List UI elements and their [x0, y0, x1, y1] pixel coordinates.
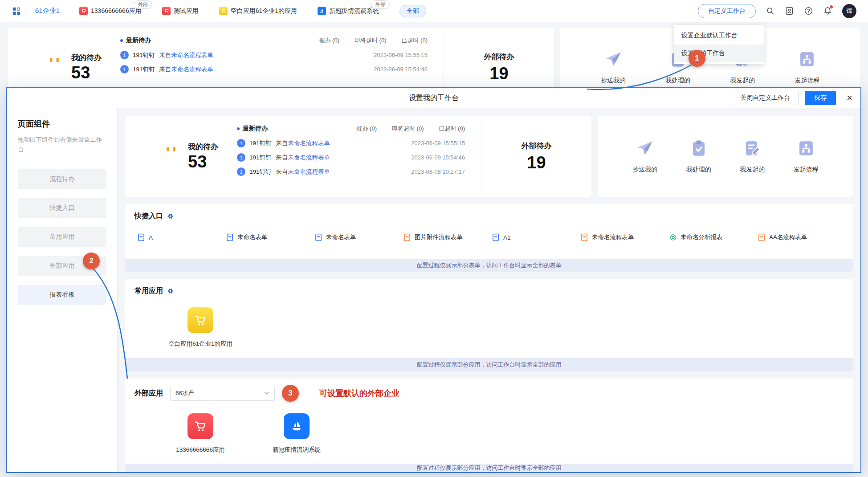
- tab-latest-todo[interactable]: 最新待办: [120, 37, 151, 45]
- tab-label: 新冠疫情流调系统: [329, 7, 379, 15]
- tab-app-covid[interactable]: 新冠疫情流调系统 外部: [318, 7, 379, 15]
- todo-notepad-icon: [44, 57, 65, 78]
- customize-dropdown: 设置企业默认工作台 设置我的工作台: [674, 25, 764, 64]
- menu-item-set-company-default[interactable]: 设置企业默认工作台: [674, 27, 764, 45]
- close-customize-button[interactable]: 关闭自定义工作台: [732, 91, 799, 105]
- gear-icon[interactable]: [167, 288, 174, 294]
- annotation-step-1: 1: [689, 50, 705, 67]
- shortcut-item[interactable]: AA名流程表单: [758, 233, 847, 241]
- annotation-note: 可设置默认的外部企业: [319, 388, 399, 399]
- todo-item[interactable]: 1 191钉钉 来自 未命名流程表单 2023-06-09 15:55:15: [237, 139, 481, 147]
- send-icon: [604, 50, 623, 69]
- shortcut-item[interactable]: A1: [493, 233, 581, 241]
- form-link[interactable]: 未命名流程表单: [171, 51, 214, 59]
- shortcut-item[interactable]: 未命名表单: [227, 233, 315, 241]
- shortcut-item[interactable]: 未命名分析报表: [670, 233, 758, 241]
- tab-timed-out[interactable]: 已超时 (0): [402, 37, 428, 45]
- todo-item[interactable]: 1 191钉钉 来自 未命名流程表单 2023-06-09 15:55:15: [120, 51, 444, 59]
- palette-item-report-board[interactable]: 报表看板: [18, 285, 106, 305]
- count-badge: 1: [237, 139, 245, 147]
- my-todo-label: 我的待办: [71, 53, 102, 63]
- quick-action-start-flow[interactable]: 发起流程: [794, 139, 819, 174]
- app-blank-61[interactable]: 空白应用61企业1的应用: [160, 307, 240, 348]
- topbar-right: 自定义工作台 谭: [698, 4, 856, 18]
- external-badge: 外部: [134, 0, 152, 9]
- search-icon[interactable]: [766, 6, 775, 16]
- cart-icon: [187, 307, 213, 333]
- common-apps-title: 常用应用: [134, 286, 163, 296]
- org-name[interactable]: 61企业1: [35, 7, 60, 15]
- external-apps-note: 配置过程仅展示部分应用，访问工作台时显示全部的应用: [125, 464, 853, 472]
- set-my-workbench-dialog: 设置我的工作台 关闭自定义工作台 保存 × 页面组件 拖动以下组件到右侧来设置工…: [6, 87, 861, 473]
- count-badge: 1: [237, 153, 245, 162]
- app-covid-system[interactable]: 新冠疫情流调系统: [257, 413, 337, 454]
- tab-urge[interactable]: 催办 (0): [319, 37, 340, 45]
- form-link[interactable]: 未命名流程表单: [288, 154, 330, 162]
- todo-item[interactable]: 1 191钉钉 来自 未命名流程表单 2023-06-09 15:54:46: [237, 153, 481, 162]
- customize-workbench-button[interactable]: 自定义工作台: [698, 4, 756, 18]
- quick-action-handled-by-me[interactable]: 我处理的: [686, 139, 711, 174]
- palette-item-shortcuts[interactable]: 快捷入口: [18, 198, 106, 218]
- active-dot: [237, 127, 240, 130]
- cart-icon: [219, 7, 228, 15]
- form-link[interactable]: 未命名流程表单: [288, 139, 330, 147]
- my-todo-label: 我的待办: [188, 142, 218, 152]
- quick-action-start-flow[interactable]: 发起流程: [795, 50, 819, 85]
- common-apps-section: 常用应用 空白应用61企业1的应用 配置过程仅展示部分应用，访问工作台时显示全部…: [125, 279, 853, 371]
- quick-action-cc-me[interactable]: 抄送我的: [601, 50, 626, 85]
- palette-item-common-apps[interactable]: 常用应用: [18, 227, 106, 247]
- todo-item[interactable]: 1 191钉钉 来自 未命名流程表单 2023-06-08 10:27:17: [237, 167, 481, 176]
- quick-action-cc-me[interactable]: 抄送我的: [632, 139, 657, 174]
- shortcuts-section: 快捷入口 A 未命名表单 未命名表单: [125, 204, 853, 272]
- tab-label: 空白应用61企业1的应用: [231, 7, 297, 15]
- annotation-step-3: 3: [282, 385, 299, 402]
- tab-timed-out[interactable]: 已超时 (0): [439, 125, 465, 133]
- form-link[interactable]: 未命名流程表单: [288, 168, 330, 176]
- count-badge: 1: [120, 65, 129, 73]
- tab-near-timeout[interactable]: 即将超时 (0): [355, 37, 387, 45]
- boat-icon: [318, 7, 326, 15]
- shortcut-item[interactable]: A: [138, 233, 227, 241]
- save-button[interactable]: 保存: [805, 91, 836, 105]
- menu-item-set-my-workbench[interactable]: 设置我的工作台: [674, 45, 764, 62]
- external-company-select[interactable]: 66水产: [170, 386, 275, 401]
- topbar: 61企业1 13366666666应用 外部 测试应用 空白应用61企业1的应用…: [0, 0, 868, 22]
- component-palette: 页面组件 拖动以下组件到右侧来设置工作台 流程待办 快捷入口 常用应用 外部应用…: [7, 108, 118, 472]
- app-grid-icon[interactable]: [12, 6, 21, 16]
- notification-dot: [830, 5, 833, 8]
- contacts-icon[interactable]: [785, 6, 794, 16]
- count-badge: 1: [237, 167, 245, 176]
- app-13366666666[interactable]: 13366666666应用: [160, 413, 240, 454]
- form-link[interactable]: 未命名流程表单: [171, 65, 214, 73]
- shortcuts-note: 配置过程仅展示部分表单，访问工作台时显示全部的表单: [125, 259, 853, 272]
- shortcut-item[interactable]: 未命名表单: [315, 233, 404, 241]
- all-apps-pill[interactable]: 全部: [399, 5, 426, 17]
- bell-icon[interactable]: [823, 6, 832, 16]
- tab-app-13366666666[interactable]: 13366666666应用 外部: [79, 7, 142, 15]
- close-icon[interactable]: ×: [847, 93, 852, 103]
- todo-item[interactable]: 1 191钉钉 来自 未命名流程表单 2023-06-09 15:54:46: [120, 65, 444, 73]
- shortcut-item[interactable]: 未命名流程表单: [581, 233, 670, 241]
- my-todo-count: 53: [188, 153, 218, 171]
- cart-icon: [79, 7, 88, 15]
- avatar[interactable]: 谭: [842, 4, 856, 18]
- external-apps-title: 外部应用: [134, 389, 163, 398]
- palette-item-flow-todo[interactable]: 流程待办: [18, 169, 106, 189]
- active-dot: [120, 39, 123, 42]
- quick-action-started-by-me[interactable]: 我发起的: [740, 139, 765, 174]
- tab-urge[interactable]: 催办 (0): [357, 125, 377, 133]
- common-apps-note: 配置过程仅展示部分应用，访问工作台时显示全部的应用: [125, 358, 853, 371]
- send-icon: [636, 139, 654, 158]
- palette-title: 页面组件: [18, 118, 106, 129]
- tab-latest-todo[interactable]: 最新待办: [237, 125, 268, 133]
- tab-app-test[interactable]: 测试应用: [162, 7, 199, 15]
- gear-icon[interactable]: [167, 213, 174, 220]
- my-todo-count: 53: [71, 64, 102, 82]
- tab-app-blank[interactable]: 空白应用61企业1的应用: [219, 7, 297, 15]
- tab-near-timeout[interactable]: 即将超时 (0): [392, 125, 424, 133]
- doc-icon: [138, 233, 145, 241]
- shortcuts-title: 快捷入口: [134, 212, 163, 221]
- help-icon[interactable]: [804, 6, 813, 16]
- count-badge: 1: [120, 51, 129, 59]
- shortcut-item[interactable]: 图片附件流程表单: [404, 233, 493, 241]
